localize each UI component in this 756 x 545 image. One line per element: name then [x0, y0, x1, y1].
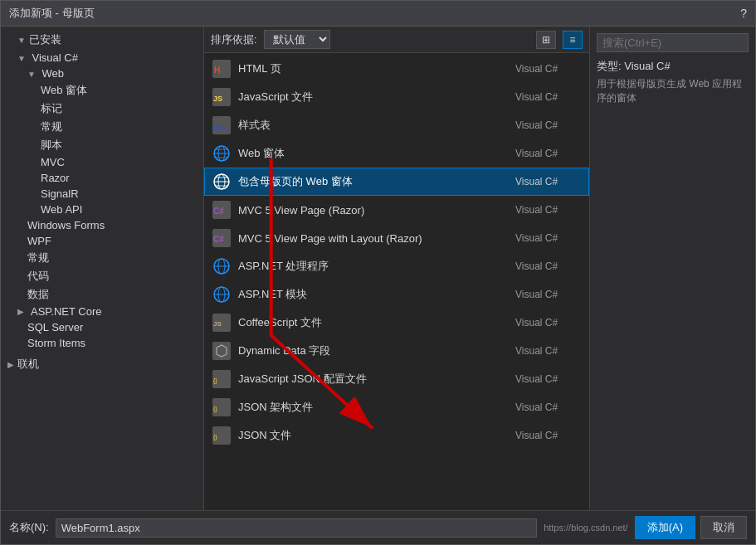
svg-text:{}: {} [213, 377, 217, 384]
tree-item-signalr[interactable]: SignalR [1, 186, 203, 202]
list-item[interactable]: {} JavaScript JSON 配置文件 Visual C# [204, 365, 589, 393]
tree-item-general[interactable]: 常规 [1, 249, 203, 267]
globe-icon-2 [212, 256, 232, 276]
list-item[interactable]: C# MVC 5 View Page with Layout (Razor) V… [204, 224, 589, 252]
file-name: JavaScript JSON 配置文件 [238, 372, 515, 387]
right-panel: 类型: Visual C# 用于根据母版页生成 Web 应用程序的窗体 [589, 27, 755, 510]
list-item[interactable]: CSS 样式表 Visual C# [204, 111, 589, 139]
svg-text:C#: C# [213, 207, 224, 216]
left-panel: ▼ 已安装 ▼ Visual C# ▼ Web Web 窗体 标记 常规 脚本 … [1, 27, 204, 510]
sort-label: 排序依据: [211, 32, 257, 47]
file-name: CoffeeScript 文件 [238, 315, 515, 330]
coffee-icon: JS [212, 313, 232, 333]
expand-icon-aspnet: ▶ [17, 307, 24, 316]
installed-label: 已安装 [29, 32, 61, 47]
type-desc: 用于根据母版页生成 Web 应用程序的窗体 [597, 77, 749, 105]
file-type: Visual C# [515, 401, 582, 413]
bottom-bar: 名称(N): https://blog.csdn.net/ 添加(A) 取消 [1, 510, 755, 544]
file-type: Visual C# [515, 289, 582, 300]
tree-item-code[interactable]: 代码 [1, 267, 203, 285]
web-label: Web [42, 67, 65, 80]
file-type: Visual C# [515, 148, 582, 159]
svg-text:CSS: CSS [213, 124, 227, 131]
search-input[interactable] [597, 33, 749, 52]
machine-section[interactable]: ▶ 联机 [1, 354, 203, 374]
list-item[interactable]: Web 窗体 Visual C# [204, 139, 589, 168]
tree-item-aspnet-core[interactable]: ▶ ASP.NET Core [1, 304, 203, 319]
file-name: JSON 文件 [238, 428, 515, 443]
help-button[interactable]: ? [740, 7, 747, 20]
file-type: Visual C# [515, 232, 582, 244]
sort-dropdown[interactable]: 默认值 [264, 30, 330, 49]
list-item[interactable]: Dynamic Data 字段 Visual C# [204, 337, 589, 365]
file-name: ASP.NET 处理程序 [238, 259, 515, 274]
type-label: 类型: Visual C# [597, 59, 749, 74]
file-type: Visual C# [515, 345, 582, 357]
tree-item-normal[interactable]: 常规 [1, 118, 203, 136]
file-type: Visual C# [515, 373, 582, 385]
tree-item-storm-items[interactable]: Storm Items [1, 335, 203, 351]
file-type: Visual C# [515, 63, 582, 75]
machine-label: 联机 [17, 357, 39, 372]
tree-item-web-form[interactable]: Web 窗体 [1, 81, 203, 100]
file-name: ASP.NET 模块 [238, 287, 515, 302]
middle-area: 排序依据: 默认值 ⊞ ≡ H HTML 页 Visual [204, 27, 589, 510]
tree-item-script[interactable]: 脚本 [1, 136, 203, 154]
filename-input[interactable] [56, 518, 537, 538]
tree-item-mark[interactable]: 标记 [1, 100, 203, 118]
globe-icon-selected [212, 172, 232, 192]
list-item[interactable]: ASP.NET 模块 Visual C# [204, 280, 589, 309]
toolbar: 排序依据: 默认值 ⊞ ≡ [204, 27, 589, 53]
action-buttons: 添加(A) 取消 [635, 516, 747, 539]
visual-csharp-label: Visual C# [32, 51, 78, 64]
tree-item-mvc[interactable]: MVC [1, 154, 203, 170]
web-node[interactable]: ▼ Web [1, 66, 203, 81]
file-type: Visual C# [515, 317, 582, 328]
main-content: ▼ 已安装 ▼ Visual C# ▼ Web Web 窗体 标记 常规 脚本 … [1, 27, 755, 510]
list-item[interactable]: JS JavaScript 文件 Visual C# [204, 83, 589, 111]
list-item[interactable]: {} JSON 文件 Visual C# [204, 421, 589, 450]
file-name: Web 窗体 [238, 146, 515, 161]
installed-section[interactable]: ▼ 已安装 [1, 30, 203, 50]
expand-icon-web: ▼ [27, 70, 36, 79]
file-name: 样式表 [238, 118, 515, 133]
tree-item-razor[interactable]: Razor [1, 170, 203, 186]
url-text: https://blog.csdn.net/ [544, 523, 628, 533]
list-item-selected[interactable]: 包含母版页的 Web 窗体 Visual C# [204, 168, 589, 196]
tree-item-web-api[interactable]: Web API [1, 202, 203, 217]
json-file-icon: {} [212, 426, 232, 445]
list-item[interactable]: H HTML 页 Visual C# [204, 55, 589, 83]
file-type: Visual C# [515, 176, 582, 187]
file-name: MVC 5 View Page (Razor) [238, 204, 515, 217]
tree-item-data[interactable]: 数据 [1, 285, 203, 304]
file-type: Visual C# [515, 91, 582, 103]
visual-csharp-node[interactable]: ▼ Visual C# [1, 50, 203, 66]
svg-text:{}: {} [213, 406, 217, 412]
tree-item-windows-forms[interactable]: Windows Forms [1, 217, 203, 233]
list-item[interactable]: ASP.NET 处理程序 Visual C# [204, 252, 589, 280]
file-list: H HTML 页 Visual C# JS JavaScript 文件 Visu… [204, 53, 589, 510]
dynamic-icon [212, 341, 232, 361]
grid-view-button[interactable]: ⊞ [536, 31, 556, 49]
tree-item-wpf[interactable]: WPF [1, 233, 203, 249]
file-type: Visual C# [515, 430, 582, 441]
csharp-icon-2: C# [212, 228, 232, 248]
list-item[interactable]: JS CoffeeScript 文件 Visual C# [204, 309, 589, 337]
list-item[interactable]: {} JSON 架构文件 Visual C# [204, 393, 589, 421]
dialog: 添加新项 - 母版页 ? ▼ 已安装 ▼ Visual C# ▼ Web Web… [0, 0, 756, 545]
svg-text:JS: JS [213, 320, 222, 328]
cancel-button[interactable]: 取消 [700, 516, 747, 539]
file-name: MVC 5 View Page with Layout (Razor) [238, 232, 515, 245]
svg-text:H: H [214, 66, 220, 75]
dialog-title: 添加新项 - 母版页 [9, 6, 95, 21]
expand-icon-vcsharp: ▼ [17, 54, 26, 63]
add-button[interactable]: 添加(A) [635, 516, 695, 539]
expand-icon: ▼ [17, 36, 26, 45]
file-name: Dynamic Data 字段 [238, 343, 515, 358]
tree-item-sql-server[interactable]: SQL Server [1, 319, 203, 335]
list-view-button[interactable]: ≡ [563, 31, 583, 49]
json-icon: {} [212, 369, 232, 389]
css-icon: CSS [212, 115, 232, 135]
list-item[interactable]: C# MVC 5 View Page (Razor) Visual C# [204, 196, 589, 224]
svg-rect-28 [212, 342, 231, 360]
